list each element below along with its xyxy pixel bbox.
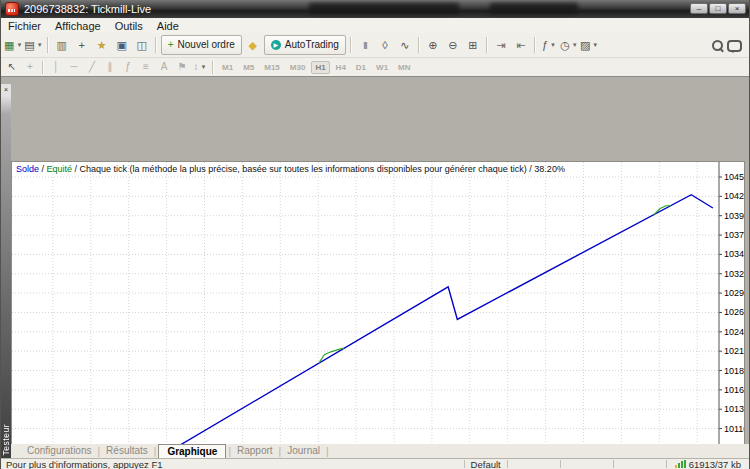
menu-outils[interactable]: Outils bbox=[108, 19, 150, 33]
fibonacci-button[interactable]: ƒ bbox=[120, 60, 136, 75]
y-axis-label: 10398 bbox=[724, 211, 744, 221]
equidistant-channel-button[interactable]: ∥ bbox=[102, 60, 118, 75]
market-watch-button[interactable]: ▥ bbox=[53, 36, 71, 54]
zoom-in-button[interactable]: ⊕ bbox=[424, 36, 442, 54]
chart-shift-button[interactable]: ⇤ bbox=[512, 36, 530, 54]
redacted-title-text bbox=[309, 3, 459, 14]
timeframe-d1[interactable]: D1 bbox=[352, 61, 370, 74]
y-axis-label: 10110 bbox=[724, 424, 744, 434]
horizontal-line-button[interactable]: ─ bbox=[66, 60, 82, 75]
trendline-button[interactable]: ╱ bbox=[84, 60, 100, 75]
timeframe-mn[interactable]: MN bbox=[394, 61, 414, 74]
line-chart-button-icon: ∿ bbox=[400, 40, 409, 51]
terminal-button[interactable]: ▣ bbox=[113, 36, 131, 54]
periods-button[interactable]: ◷▼ bbox=[560, 36, 578, 54]
chat-icon[interactable] bbox=[727, 40, 742, 52]
dropdown-caret-icon: ▼ bbox=[37, 42, 43, 48]
new-order-button[interactable]: +Nouvel ordre bbox=[161, 35, 242, 55]
tab-journal[interactable]: Journal bbox=[281, 445, 326, 457]
legend-method-text: Chaque tick (la méthode la plus précise,… bbox=[80, 164, 527, 174]
timeframe-h1[interactable]: H1 bbox=[311, 61, 329, 74]
text-button[interactable]: A bbox=[156, 60, 172, 75]
tester-panel-label: Testeur bbox=[1, 424, 11, 455]
profiles-button[interactable]: ▤▼ bbox=[24, 36, 42, 54]
dropdown-caret-icon: ▼ bbox=[550, 42, 556, 48]
auto-scroll-button-icon: ⇥ bbox=[496, 40, 505, 51]
new-chart-button[interactable]: ▦▼ bbox=[4, 36, 22, 54]
strategy-tester-button[interactable]: ◫ bbox=[133, 36, 151, 54]
tester-panel-strip[interactable]: × Testeur bbox=[1, 84, 11, 458]
tab-separator: | bbox=[154, 446, 157, 457]
minimize-button[interactable]: – bbox=[690, 3, 708, 14]
navigator-button[interactable]: + bbox=[73, 36, 91, 54]
dropdown-caret-icon: ▼ bbox=[592, 42, 598, 48]
dropdown-caret-icon: ▼ bbox=[572, 42, 578, 48]
cursor-button[interactable]: ↖ bbox=[4, 60, 20, 75]
y-axis-label: 10451 bbox=[724, 172, 744, 182]
y-axis-label: 10372 bbox=[724, 230, 744, 240]
arrows-button-icon: ↕ bbox=[194, 62, 199, 72]
auto-scroll-button[interactable]: ⇥ bbox=[492, 36, 510, 54]
expert-advisors-button-icon: ◆ bbox=[249, 40, 257, 51]
tab-rapport[interactable]: Rapport bbox=[231, 445, 279, 457]
objects-list-button[interactable]: ≡ bbox=[138, 60, 154, 75]
y-axis-label: 10346 bbox=[724, 249, 744, 259]
legend-quality-percent: 38.20% bbox=[534, 164, 565, 174]
crosshair-button[interactable]: + bbox=[22, 60, 38, 75]
close-button[interactable]: × bbox=[728, 3, 746, 14]
toolbar-separator bbox=[42, 61, 44, 74]
tab-graphique[interactable]: Graphique bbox=[158, 444, 226, 459]
menu-affichage[interactable]: Affichage bbox=[48, 19, 108, 33]
y-axis-label: 10320 bbox=[724, 269, 744, 279]
close-tester-icon[interactable]: × bbox=[1, 85, 11, 95]
timeframe-m5[interactable]: M5 bbox=[239, 61, 258, 74]
legend-balance-label: Solde bbox=[16, 164, 39, 174]
tab-configurations[interactable]: Configurations bbox=[21, 445, 97, 457]
y-axis-label: 10136 bbox=[724, 404, 744, 414]
window-title: 2096738832: Tickmill-Live bbox=[24, 3, 151, 15]
search-icon[interactable] bbox=[712, 40, 723, 51]
indicators-button-icon: ƒ bbox=[542, 40, 548, 51]
menu-fichier[interactable]: Fichier bbox=[1, 19, 48, 33]
line-chart-button[interactable]: ∿ bbox=[396, 36, 414, 54]
arrows-button[interactable]: ↕▼ bbox=[192, 60, 208, 75]
timeframe-h4[interactable]: H4 bbox=[332, 61, 350, 74]
timeframe-w1[interactable]: W1 bbox=[372, 61, 392, 74]
tab-resultats[interactable]: Résultats bbox=[100, 445, 154, 457]
tile-windows-button-icon: ⊞ bbox=[468, 40, 477, 51]
bar-chart-button[interactable]: ||| bbox=[356, 36, 374, 54]
maximize-button[interactable]: □ bbox=[709, 3, 727, 14]
metatrader-logo-icon bbox=[5, 2, 19, 16]
status-help-text: Pour plus d'informations, appuyez F1 bbox=[1, 459, 464, 469]
y-axis-label: 10189 bbox=[724, 366, 744, 376]
new-chart-button-icon: ▦ bbox=[4, 40, 14, 51]
menu-aide[interactable]: Aide bbox=[150, 19, 186, 33]
tile-windows-button[interactable]: ⊞ bbox=[464, 36, 482, 54]
favorites-button[interactable]: ★ bbox=[93, 36, 111, 54]
periods-button-icon: ◷ bbox=[560, 40, 570, 51]
zoom-out-button-icon: ⊖ bbox=[448, 40, 457, 51]
strategy-tester-button-icon: ◫ bbox=[137, 40, 147, 51]
bar-chart-button-icon: ||| bbox=[363, 41, 366, 49]
crosshair-button-icon: + bbox=[27, 62, 33, 72]
text-label-button[interactable]: ⚑ bbox=[174, 60, 190, 75]
timeframe-m30[interactable]: M30 bbox=[286, 61, 310, 74]
templates-button[interactable]: ▨▼ bbox=[580, 36, 598, 54]
status-profile[interactable]: Default bbox=[465, 459, 507, 469]
candlestick-chart-button[interactable]: ◊ bbox=[376, 36, 394, 54]
trendline-button-icon: ╱ bbox=[89, 62, 95, 72]
zoom-out-button[interactable]: ⊖ bbox=[444, 36, 462, 54]
vertical-line-button[interactable]: │ bbox=[48, 60, 64, 75]
autotrading-button-label: AutoTrading bbox=[285, 40, 339, 50]
toolbar-standard: ▦▼▤▼▥+★▣◫+Nouvel ordre◆▶AutoTrading|||◊∿… bbox=[1, 33, 749, 58]
expert-advisors-button[interactable]: ◆ bbox=[244, 36, 262, 54]
indicators-button[interactable]: ƒ▼ bbox=[540, 36, 558, 54]
toolbar-separator bbox=[534, 37, 536, 53]
timeframe-m15[interactable]: M15 bbox=[260, 61, 284, 74]
terminal-button-icon: ▣ bbox=[117, 40, 127, 51]
autotrading-button[interactable]: ▶AutoTrading bbox=[264, 35, 346, 55]
traffic-text: 61913/37 kb bbox=[689, 459, 741, 469]
autotrading-button-icon: ▶ bbox=[271, 40, 281, 50]
timeframe-m1[interactable]: M1 bbox=[218, 61, 237, 74]
tab-separator: | bbox=[326, 446, 329, 457]
